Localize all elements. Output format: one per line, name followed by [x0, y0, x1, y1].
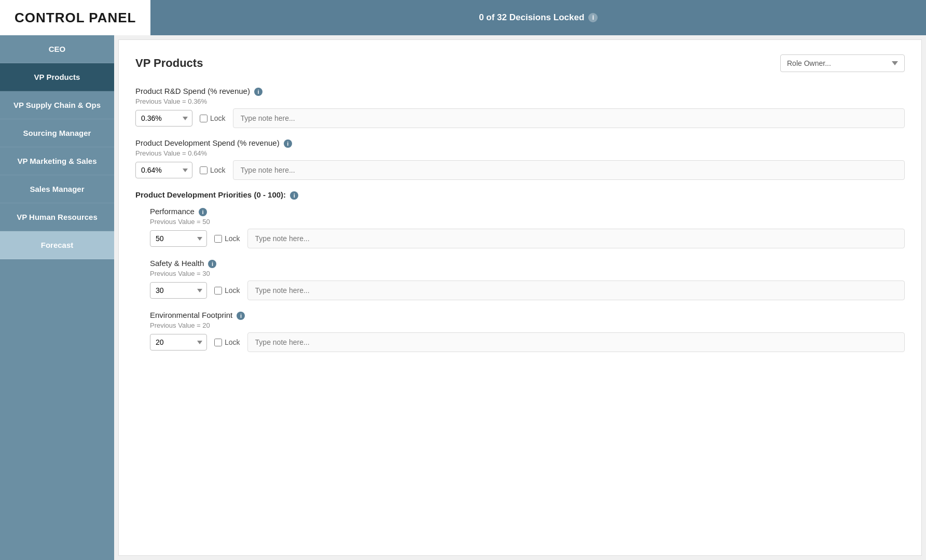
decision-rd-spend-controls: 0.36% Lock: [135, 108, 905, 128]
decision-env-footprint: Environmental Footprint i Previous Value…: [150, 311, 905, 352]
env-footprint-select[interactable]: 20: [150, 334, 207, 351]
rd-spend-lock-label[interactable]: Lock: [200, 114, 226, 122]
decision-env-footprint-prev: Previous Value = 20: [150, 321, 905, 329]
dev-spend-info-icon[interactable]: i: [284, 139, 292, 148]
performance-note-input[interactable]: [247, 229, 905, 248]
sidebar-item-sourcing-manager[interactable]: Sourcing Manager: [0, 119, 114, 147]
decision-safety-health-prev: Previous Value = 30: [150, 270, 905, 277]
performance-lock-label[interactable]: Lock: [214, 234, 240, 243]
decision-rd-spend-label: Product R&D Spend (% revenue) i: [135, 87, 905, 96]
decision-safety-health-label: Safety & Health i: [150, 259, 905, 268]
dev-spend-select[interactable]: 0.64%: [135, 162, 192, 178]
performance-lock-checkbox[interactable]: [214, 235, 222, 243]
decision-dev-spend-controls: 0.64% Lock: [135, 160, 905, 180]
decision-dev-spend: Product Development Spend (% revenue) i …: [135, 138, 905, 180]
sidebar-item-vp-products[interactable]: VP Products: [0, 63, 114, 91]
sidebar-item-sales-manager[interactable]: Sales Manager: [0, 175, 114, 203]
decision-dev-spend-label: Product Development Spend (% revenue) i: [135, 138, 905, 148]
sidebar-item-vp-marketing[interactable]: VP Marketing & Sales: [0, 147, 114, 175]
page-header: VP Products Role Owner...: [135, 54, 905, 72]
sidebar-item-ceo[interactable]: CEO: [0, 35, 114, 63]
rd-spend-note-input[interactable]: [233, 108, 905, 128]
decisions-locked-text: 0 of 32 Decisions Locked: [479, 12, 584, 23]
rd-spend-lock-checkbox[interactable]: [200, 115, 208, 122]
role-owner-select[interactable]: Role Owner...: [780, 54, 905, 72]
dev-spend-note-input[interactable]: [233, 160, 905, 180]
decision-safety-health: Safety & Health i Previous Value = 30 30…: [150, 259, 905, 300]
decision-performance-prev: Previous Value = 50: [150, 218, 905, 226]
decision-rd-spend-prev: Previous Value = 0.36%: [135, 97, 905, 105]
decision-env-footprint-controls: 20 Lock: [150, 332, 905, 352]
priorities-info-icon[interactable]: i: [290, 191, 298, 200]
dev-spend-lock-checkbox[interactable]: [200, 166, 208, 174]
safety-health-info-icon[interactable]: i: [208, 260, 216, 268]
env-footprint-lock-label[interactable]: Lock: [214, 338, 240, 346]
header: CONTROL PANEL 0 of 32 Decisions Locked i: [0, 0, 926, 35]
page-title: VP Products: [135, 57, 203, 70]
safety-health-lock-label[interactable]: Lock: [214, 286, 240, 295]
layout: CEO VP Products VP Supply Chain & Ops So…: [0, 35, 926, 560]
decision-performance: Performance i Previous Value = 50 50 Loc…: [150, 207, 905, 248]
decision-dev-spend-prev: Previous Value = 0.64%: [135, 149, 905, 157]
sidebar: CEO VP Products VP Supply Chain & Ops So…: [0, 35, 114, 560]
priorities-section-title: Product Development Priorities (0 - 100)…: [135, 190, 905, 200]
app-title: CONTROL PANEL: [0, 10, 150, 26]
dev-spend-lock-label[interactable]: Lock: [200, 166, 226, 174]
rd-spend-select[interactable]: 0.36%: [135, 110, 192, 127]
env-footprint-note-input[interactable]: [247, 332, 905, 352]
sidebar-item-vp-hr[interactable]: VP Human Resources: [0, 203, 114, 231]
env-footprint-info-icon[interactable]: i: [237, 312, 245, 320]
rd-spend-info-icon[interactable]: i: [254, 88, 262, 96]
decision-performance-label: Performance i: [150, 207, 905, 216]
decisions-locked-banner: 0 of 32 Decisions Locked i: [150, 0, 926, 35]
decision-env-footprint-label: Environmental Footprint i: [150, 311, 905, 320]
safety-health-note-input[interactable]: [247, 281, 905, 300]
decision-rd-spend: Product R&D Spend (% revenue) i Previous…: [135, 87, 905, 128]
sub-decisions: Performance i Previous Value = 50 50 Loc…: [135, 207, 905, 352]
decision-safety-health-controls: 30 Lock: [150, 281, 905, 300]
performance-select[interactable]: 50: [150, 230, 207, 247]
main-content: VP Products Role Owner... Product R&D Sp…: [118, 39, 922, 556]
performance-info-icon[interactable]: i: [199, 208, 207, 216]
env-footprint-lock-checkbox[interactable]: [214, 339, 222, 346]
safety-health-lock-checkbox[interactable]: [214, 287, 222, 295]
sidebar-item-vp-supply-chain[interactable]: VP Supply Chain & Ops: [0, 91, 114, 119]
sidebar-item-forecast[interactable]: Forecast: [0, 231, 114, 259]
decision-performance-controls: 50 Lock: [150, 229, 905, 248]
decisions-locked-info-icon[interactable]: i: [588, 13, 598, 22]
safety-health-select[interactable]: 30: [150, 282, 207, 299]
